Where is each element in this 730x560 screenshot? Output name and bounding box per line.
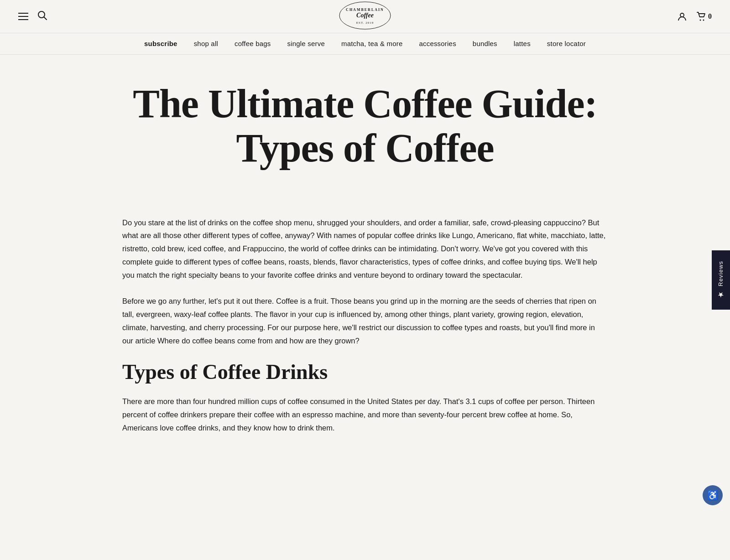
menu-button[interactable] <box>18 13 28 20</box>
top-bar-right: 0 <box>677 11 712 21</box>
search-button[interactable] <box>37 10 47 23</box>
nav-link-coffee-bags[interactable]: coffee bags <box>235 40 271 47</box>
nav-link-shop-all[interactable]: shop all <box>194 40 218 47</box>
section-paragraph-1: There are more than four hundred million… <box>122 395 608 435</box>
svg-line-1 <box>44 17 47 20</box>
top-bar: CHAMBERLAIN Coffee EST. 2019 0 <box>0 0 730 33</box>
nav-link-matcha[interactable]: matcha, tea & more <box>341 40 403 47</box>
top-bar-left <box>18 10 47 23</box>
reviews-star-icon: ★ <box>717 290 725 299</box>
nav-item-lattes[interactable]: lattes <box>514 40 531 48</box>
nav-item-subscribe[interactable]: subscribe <box>144 40 177 48</box>
svg-point-7 <box>700 20 701 21</box>
main-nav: subscribe shop all coffee bags single se… <box>0 33 730 55</box>
section-heading-types: Types of Coffee Drinks <box>122 360 608 384</box>
reviews-label: Reviews <box>718 261 725 286</box>
nav-item-matcha[interactable]: matcha, tea & more <box>341 40 403 48</box>
accessibility-button[interactable]: ♿ <box>703 485 723 505</box>
nav-item-single-serve[interactable]: single serve <box>287 40 324 48</box>
svg-point-8 <box>703 20 704 21</box>
nav-link-store-locator[interactable]: store locator <box>547 40 586 47</box>
nav-item-accessories[interactable]: accessories <box>419 40 456 48</box>
nav-item-bundles[interactable]: bundles <box>473 40 497 48</box>
svg-text:CHAMBERLAIN: CHAMBERLAIN <box>346 8 384 12</box>
nav-item-shop-all[interactable]: shop all <box>194 40 218 48</box>
cart-button[interactable]: 0 <box>696 11 712 21</box>
nav-link-single-serve[interactable]: single serve <box>287 40 324 47</box>
reviews-sidebar-button[interactable]: ★ Reviews <box>712 250 730 310</box>
main-content: Do you stare at the list of drinks on th… <box>100 207 630 475</box>
nav-link-lattes[interactable]: lattes <box>514 40 531 47</box>
cart-count: 0 <box>708 12 712 21</box>
nav-link-bundles[interactable]: bundles <box>473 40 497 47</box>
intro-paragraph-2: Before we go any further, let's put it o… <box>122 295 608 347</box>
svg-text:EST. 2019: EST. 2019 <box>356 21 374 25</box>
nav-link-subscribe[interactable]: subscribe <box>144 40 177 47</box>
svg-point-6 <box>680 13 684 17</box>
nav-list: subscribe shop all coffee bags single se… <box>0 33 730 54</box>
nav-item-store-locator[interactable]: store locator <box>547 40 586 48</box>
svg-text:Coffee: Coffee <box>356 12 374 19</box>
intro-paragraph-1: Do you stare at the list of drinks on th… <box>122 216 608 282</box>
logo[interactable]: CHAMBERLAIN Coffee EST. 2019 <box>338 1 392 32</box>
nav-item-coffee-bags[interactable]: coffee bags <box>235 40 271 48</box>
nav-link-accessories[interactable]: accessories <box>419 40 456 47</box>
hero-section: The Ultimate Coffee Guide: Types of Coff… <box>0 55 730 207</box>
page-title: The Ultimate Coffee Guide: Types of Coff… <box>91 82 639 171</box>
accessibility-icon: ♿ <box>707 490 719 501</box>
account-button[interactable] <box>677 11 687 21</box>
